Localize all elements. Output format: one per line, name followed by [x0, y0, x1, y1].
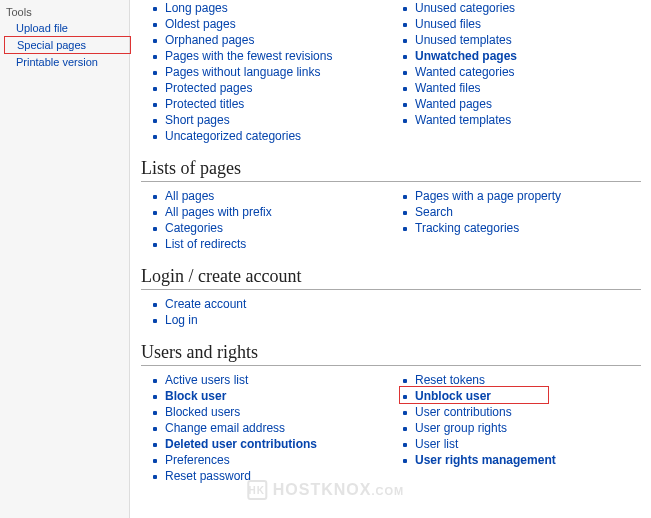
- maintenance-item: Uncategorized categories: [165, 128, 391, 144]
- maintenance-item: Short pages: [165, 112, 391, 128]
- login-list: Create accountLog in: [141, 296, 391, 328]
- maintenance-list-right: Unused categoriesUnused filesUnused temp…: [391, 0, 641, 128]
- users-link[interactable]: Change email address: [165, 421, 285, 435]
- maintenance-link[interactable]: Unused files: [415, 17, 481, 31]
- users-link[interactable]: Block user: [165, 389, 226, 403]
- maintenance-link[interactable]: Short pages: [165, 113, 230, 127]
- lists-link[interactable]: List of redirects: [165, 237, 246, 251]
- maintenance-item: Long pages: [165, 0, 391, 16]
- maintenance-item: Pages with the fewest revisions: [165, 48, 391, 64]
- content: Long pagesOldest pagesOrphaned pagesPage…: [131, 0, 651, 494]
- maintenance-link[interactable]: Pages without language links: [165, 65, 320, 79]
- sidebar-item-upload-file[interactable]: Upload file: [4, 20, 129, 36]
- maintenance-link[interactable]: Pages with the fewest revisions: [165, 49, 332, 63]
- maintenance-item: Unused files: [415, 16, 641, 32]
- maintenance-item: Unused templates: [415, 32, 641, 48]
- sidebar-heading-tools: Tools: [4, 4, 129, 20]
- users-link[interactable]: Deleted user contributions: [165, 437, 317, 451]
- users-item: User contributions: [415, 404, 641, 420]
- maintenance-item: Oldest pages: [165, 16, 391, 32]
- highlight-unblock-user: [399, 386, 549, 404]
- users-item: Active users list: [165, 372, 391, 388]
- lists-section: All pagesAll pages with prefixCategories…: [141, 188, 641, 252]
- maintenance-link[interactable]: Oldest pages: [165, 17, 236, 31]
- lists-list-left: All pagesAll pages with prefixCategories…: [141, 188, 391, 252]
- login-item: Log in: [165, 312, 391, 328]
- maintenance-item: Pages without language links: [165, 64, 391, 80]
- users-item: Block user: [165, 388, 391, 404]
- maintenance-link[interactable]: Wanted pages: [415, 97, 492, 111]
- users-item: Preferences: [165, 452, 391, 468]
- lists-link[interactable]: All pages: [165, 189, 214, 203]
- maintenance-item: Wanted files: [415, 80, 641, 96]
- maintenance-link[interactable]: Unused categories: [415, 1, 515, 15]
- lists-item: Pages with a page property: [415, 188, 641, 204]
- sidebar-item-special-pages[interactable]: Special pages: [4, 36, 131, 54]
- maintenance-section: Long pagesOldest pagesOrphaned pagesPage…: [141, 0, 641, 144]
- users-section: Active users listBlock userBlocked users…: [141, 372, 641, 484]
- maintenance-item: Wanted categories: [415, 64, 641, 80]
- link-printable-version[interactable]: Printable version: [16, 56, 98, 68]
- maintenance-item: Unused categories: [415, 0, 641, 16]
- lists-item: Tracking categories: [415, 220, 641, 236]
- maintenance-link[interactable]: Wanted files: [415, 81, 481, 95]
- lists-link[interactable]: Search: [415, 205, 453, 219]
- login-section: Create accountLog in: [141, 296, 641, 328]
- maintenance-list-left: Long pagesOldest pagesOrphaned pagesPage…: [141, 0, 391, 144]
- link-upload-file[interactable]: Upload file: [16, 22, 68, 34]
- users-item: Reset password: [165, 468, 391, 484]
- maintenance-link[interactable]: Protected titles: [165, 97, 244, 111]
- users-item: User list: [415, 436, 641, 452]
- login-link[interactable]: Log in: [165, 313, 198, 327]
- users-link[interactable]: Active users list: [165, 373, 248, 387]
- lists-link[interactable]: Pages with a page property: [415, 189, 561, 203]
- link-special-pages[interactable]: Special pages: [17, 39, 86, 51]
- lists-item: All pages with prefix: [165, 204, 391, 220]
- maintenance-link[interactable]: Long pages: [165, 1, 228, 15]
- maintenance-item: Orphaned pages: [165, 32, 391, 48]
- lists-link[interactable]: Categories: [165, 221, 223, 235]
- users-item: Change email address: [165, 420, 391, 436]
- maintenance-item: Wanted pages: [415, 96, 641, 112]
- lists-item: Search: [415, 204, 641, 220]
- users-link[interactable]: Reset password: [165, 469, 251, 483]
- lists-link[interactable]: Tracking categories: [415, 221, 519, 235]
- maintenance-link[interactable]: Unwatched pages: [415, 49, 517, 63]
- lists-list-right: Pages with a page propertySearchTracking…: [391, 188, 641, 236]
- login-link[interactable]: Create account: [165, 297, 246, 311]
- heading-lists-of-pages: Lists of pages: [141, 158, 641, 182]
- login-item: Create account: [165, 296, 391, 312]
- heading-users-and-rights: Users and rights: [141, 342, 641, 366]
- maintenance-link[interactable]: Orphaned pages: [165, 33, 254, 47]
- maintenance-link[interactable]: Protected pages: [165, 81, 252, 95]
- users-item: Deleted user contributions: [165, 436, 391, 452]
- sidebar: Tools Upload file Special pages Printabl…: [0, 0, 130, 518]
- maintenance-item: Unwatched pages: [415, 48, 641, 64]
- maintenance-item: Protected titles: [165, 96, 391, 112]
- sidebar-item-printable-version[interactable]: Printable version: [4, 54, 129, 70]
- heading-login: Login / create account: [141, 266, 641, 290]
- users-link[interactable]: Blocked users: [165, 405, 240, 419]
- maintenance-link[interactable]: Uncategorized categories: [165, 129, 301, 143]
- maintenance-link[interactable]: Unused templates: [415, 33, 512, 47]
- lists-link[interactable]: All pages with prefix: [165, 205, 272, 219]
- lists-item: List of redirects: [165, 236, 391, 252]
- maintenance-item: Protected pages: [165, 80, 391, 96]
- users-list-left: Active users listBlock userBlocked users…: [141, 372, 391, 484]
- users-link[interactable]: Preferences: [165, 453, 230, 467]
- maintenance-item: Wanted templates: [415, 112, 641, 128]
- maintenance-link[interactable]: Wanted templates: [415, 113, 511, 127]
- users-link[interactable]: User contributions: [415, 405, 512, 419]
- users-item: User group rights: [415, 420, 641, 436]
- users-link[interactable]: Reset tokens: [415, 373, 485, 387]
- users-item: User rights management: [415, 452, 641, 468]
- lists-item: All pages: [165, 188, 391, 204]
- maintenance-link[interactable]: Wanted categories: [415, 65, 515, 79]
- lists-item: Categories: [165, 220, 391, 236]
- users-link[interactable]: User list: [415, 437, 458, 451]
- users-link[interactable]: User group rights: [415, 421, 507, 435]
- users-item: Blocked users: [165, 404, 391, 420]
- users-link[interactable]: User rights management: [415, 453, 556, 467]
